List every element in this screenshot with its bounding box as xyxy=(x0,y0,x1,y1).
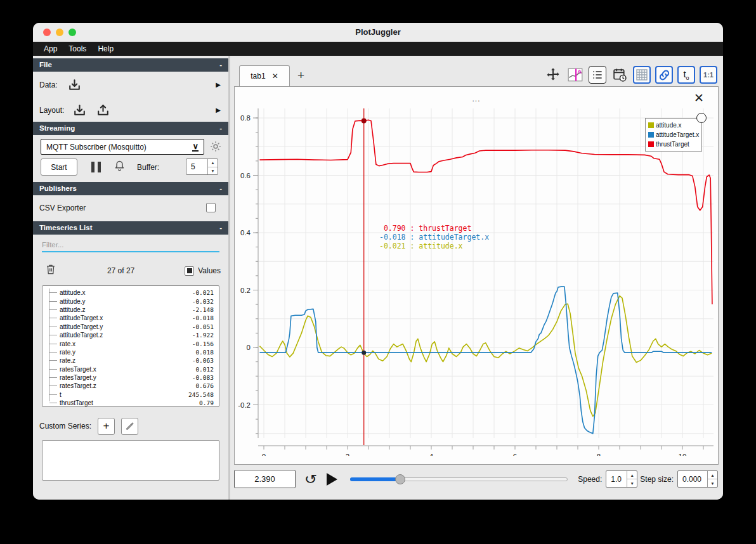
timeseries-row[interactable]: attitudeTarget.x -0.018 xyxy=(49,314,215,322)
series-line-thrustTarget xyxy=(259,120,712,304)
speed-spinbox[interactable]: 1.0 ▲▼ xyxy=(606,470,637,488)
timeseries-row[interactable]: ratesTarget.x 0.012 xyxy=(49,365,215,373)
load-data-icon[interactable] xyxy=(67,77,82,93)
tree-branch xyxy=(49,344,57,344)
publishers-section-header[interactable]: Publishers - xyxy=(33,182,228,195)
notifications-bell-icon[interactable] xyxy=(113,159,126,175)
timeseries-row[interactable]: t 245.548 xyxy=(49,391,215,399)
timeseries-row[interactable]: ratesTarget.z 0.676 xyxy=(49,382,215,390)
legend-item[interactable]: thrustTarget xyxy=(648,139,699,149)
timeseries-row[interactable]: rate.x -0.156 xyxy=(49,339,215,347)
series-name: attitude.x xyxy=(60,289,192,296)
svg-text:2: 2 xyxy=(346,453,349,456)
main-panel: tab1 ✕ + A xyxy=(230,56,723,500)
spin-up-icon[interactable]: ▲ xyxy=(627,471,637,479)
ratio-1-1-icon[interactable]: 1:1 xyxy=(700,66,717,84)
values-checkbox[interactable] xyxy=(185,266,194,276)
spin-down-icon[interactable]: ▼ xyxy=(208,167,218,175)
timeseries-row[interactable]: attitude.z -2.148 xyxy=(49,306,215,314)
streaming-section-header[interactable]: Streaming - xyxy=(33,122,228,135)
legend-swatch xyxy=(648,122,654,128)
loop-icon[interactable]: ↺ xyxy=(304,472,317,486)
tab-tab1[interactable]: tab1 ✕ xyxy=(239,65,290,86)
new-tab-button[interactable]: + xyxy=(297,68,304,82)
timeseries-row[interactable]: attitudeTarget.y -0.051 xyxy=(49,323,215,331)
layout-menu-arrow-icon[interactable]: ▶ xyxy=(216,107,221,113)
streaming-source-select[interactable]: MQTT Subscriber (Mosquitto) ∨ xyxy=(41,139,204,155)
step-size-label: Step size: xyxy=(640,475,674,484)
timeseries-row[interactable]: thrustTarget 0.79 xyxy=(49,399,215,407)
csv-exporter-label: CSV Exporter xyxy=(39,204,86,212)
time-slider[interactable] xyxy=(350,474,568,484)
streaming-settings-gear-icon[interactable] xyxy=(209,139,223,156)
menu-item[interactable]: App xyxy=(38,42,63,56)
legend-item[interactable]: attitudeTarget.x xyxy=(648,130,699,139)
filter-input[interactable] xyxy=(42,238,219,252)
cursor-readout: 0.790 : thrustTarget-0.018 : attitudeTar… xyxy=(379,224,489,250)
series-value: 0.012 xyxy=(195,366,215,373)
slider-handle[interactable] xyxy=(395,474,405,484)
tree-branch xyxy=(49,377,57,378)
series-name: attitude.z xyxy=(60,306,192,313)
legend-item[interactable]: attitude.x xyxy=(648,120,699,130)
pause-icon[interactable] xyxy=(91,162,101,172)
series-value: 0.79 xyxy=(199,399,215,406)
collapse-icon[interactable]: - xyxy=(219,58,222,72)
timeseries-row[interactable]: attitude.x -0.021 xyxy=(49,288,215,297)
add-custom-series-button[interactable]: + xyxy=(98,418,115,435)
data-menu-arrow-icon[interactable]: ▶ xyxy=(216,81,221,88)
spin-up-icon[interactable]: ▲ xyxy=(208,159,218,167)
play-icon[interactable] xyxy=(327,473,337,486)
series-name: t xyxy=(60,391,188,398)
save-layout-icon[interactable] xyxy=(95,103,111,119)
tab-close-icon[interactable]: ✕ xyxy=(272,72,278,81)
timeseries-row[interactable]: rate.y 0.018 xyxy=(49,348,215,356)
cursor-tracker-icon[interactable]: A xyxy=(566,66,584,84)
series-value: -0.156 xyxy=(192,340,215,347)
spin-down-icon[interactable]: ▼ xyxy=(708,479,717,487)
step-size-spinbox[interactable]: 0.000 ▲▼ xyxy=(677,470,718,488)
legend-drag-handle-icon[interactable] xyxy=(696,113,707,123)
svg-text:0.8: 0.8 xyxy=(240,114,251,122)
edit-custom-series-button[interactable] xyxy=(121,418,138,435)
datetime-icon[interactable] xyxy=(611,66,629,84)
file-section-header[interactable]: File - xyxy=(33,58,228,72)
replay-bar: ↺ Speed: 1.0 ▲▼ Step size: 0.000 ▲▼ xyxy=(234,469,718,489)
buffer-spinbox[interactable]: 5 ▲▼ xyxy=(186,159,218,175)
timeseries-section-header[interactable]: Timeseries List - xyxy=(33,221,228,235)
tree-branch xyxy=(49,301,57,302)
spin-down-icon[interactable]: ▼ xyxy=(627,479,637,487)
collapse-icon[interactable]: - xyxy=(219,122,222,135)
csv-exporter-checkbox[interactable] xyxy=(206,203,216,212)
time-offset-icon[interactable]: to xyxy=(677,66,695,84)
collapse-icon[interactable]: - xyxy=(219,182,222,195)
start-streaming-button[interactable]: Start xyxy=(41,159,77,176)
svg-text:A: A xyxy=(577,68,582,75)
timeseries-row[interactable]: attitude.y -0.032 xyxy=(49,297,215,305)
legend-label: attitudeTarget.x xyxy=(656,131,699,138)
menu-item[interactable]: Help xyxy=(92,42,119,56)
legend: attitude.x attitudeTarget.x thrustTarget xyxy=(645,118,702,152)
grid-view-icon[interactable] xyxy=(633,66,651,84)
svg-text:10: 10 xyxy=(679,453,687,456)
window-title: PlotJuggler xyxy=(33,27,723,37)
spin-up-icon[interactable]: ▲ xyxy=(708,471,717,479)
menu-item[interactable]: Tools xyxy=(63,42,92,56)
cursor-readout-line: 0.790 : thrustTarget xyxy=(379,224,489,233)
list-view-icon[interactable] xyxy=(589,66,606,84)
timeseries-row[interactable]: rate.z -0.063 xyxy=(49,356,215,365)
cursor-marker-thrustTarget xyxy=(362,119,367,124)
pan-zoom-icon[interactable] xyxy=(544,66,562,84)
legend-swatch xyxy=(648,132,654,138)
timeseries-row[interactable]: attitudeTarget.z -1.922 xyxy=(49,331,215,339)
series-value: -0.018 xyxy=(192,314,215,321)
series-name: rate.y xyxy=(60,349,195,356)
link-plots-icon[interactable] xyxy=(655,66,673,84)
load-layout-icon[interactable] xyxy=(72,103,88,119)
timeseries-row[interactable]: ratesTarget.y -0.083 xyxy=(49,373,215,382)
collapse-icon[interactable]: - xyxy=(219,221,222,235)
trash-icon[interactable] xyxy=(44,263,57,278)
series-name: ratesTarget.y xyxy=(60,374,192,381)
current-time-input[interactable] xyxy=(234,470,296,488)
tree-branch xyxy=(49,352,57,353)
